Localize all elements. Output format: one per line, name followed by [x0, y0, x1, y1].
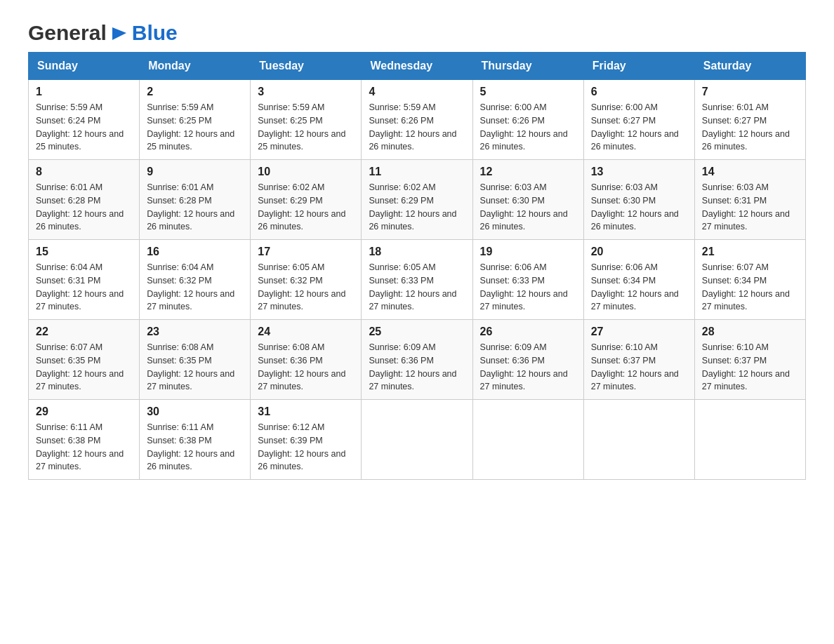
calendar-cell: 8 Sunrise: 6:01 AMSunset: 6:28 PMDayligh… — [29, 160, 140, 240]
calendar-cell: 28 Sunrise: 6:10 AMSunset: 6:37 PMDaylig… — [694, 320, 805, 400]
calendar-cell: 18 Sunrise: 6:05 AMSunset: 6:33 PMDaylig… — [362, 240, 472, 320]
day-info: Sunrise: 6:02 AMSunset: 6:29 PMDaylight:… — [258, 182, 345, 232]
calendar-cell — [472, 400, 583, 480]
day-info: Sunrise: 6:08 AMSunset: 6:35 PMDaylight:… — [147, 342, 234, 391]
logo-triangle-icon — [108, 22, 131, 44]
day-number: 27 — [591, 326, 687, 338]
day-info: Sunrise: 5:59 AMSunset: 6:24 PMDaylight:… — [36, 102, 124, 152]
calendar-cell: 29 Sunrise: 6:11 AMSunset: 6:38 PMDaylig… — [29, 400, 140, 480]
day-info: Sunrise: 6:02 AMSunset: 6:29 PMDaylight:… — [369, 182, 456, 232]
week-row-2: 8 Sunrise: 6:01 AMSunset: 6:28 PMDayligh… — [29, 160, 806, 240]
day-number: 8 — [36, 166, 132, 178]
calendar-cell: 21 Sunrise: 6:07 AMSunset: 6:34 PMDaylig… — [694, 240, 805, 320]
calendar-cell: 26 Sunrise: 6:09 AMSunset: 6:36 PMDaylig… — [472, 320, 583, 400]
calendar-cell: 12 Sunrise: 6:03 AMSunset: 6:30 PMDaylig… — [472, 160, 583, 240]
header-thursday: Thursday — [472, 53, 583, 80]
week-row-5: 29 Sunrise: 6:11 AMSunset: 6:38 PMDaylig… — [29, 400, 806, 480]
day-info: Sunrise: 6:03 AMSunset: 6:30 PMDaylight:… — [480, 182, 568, 232]
day-number: 5 — [480, 86, 576, 98]
day-number: 20 — [591, 246, 687, 258]
header-monday: Monday — [140, 53, 251, 80]
day-info: Sunrise: 5:59 AMSunset: 6:25 PMDaylight:… — [147, 102, 234, 152]
day-number: 21 — [702, 246, 798, 258]
day-info: Sunrise: 5:59 AMSunset: 6:25 PMDaylight:… — [258, 102, 345, 152]
day-number: 11 — [369, 166, 465, 178]
day-number: 6 — [591, 86, 687, 98]
day-number: 29 — [36, 405, 132, 418]
logo-general-text: General — [28, 21, 107, 45]
day-number: 25 — [369, 326, 465, 338]
weekday-header-row: SundayMondayTuesdayWednesdayThursdayFrid… — [29, 53, 806, 80]
day-number: 7 — [702, 86, 798, 98]
day-number: 28 — [702, 326, 798, 338]
day-info: Sunrise: 6:09 AMSunset: 6:36 PMDaylight:… — [480, 342, 568, 391]
day-number: 10 — [258, 166, 354, 178]
calendar-cell: 1 Sunrise: 5:59 AMSunset: 6:24 PMDayligh… — [29, 80, 140, 160]
day-info: Sunrise: 6:05 AMSunset: 6:33 PMDaylight:… — [369, 262, 456, 311]
day-info: Sunrise: 6:07 AMSunset: 6:35 PMDaylight:… — [36, 342, 124, 391]
logo-blue-text: Blue — [132, 21, 178, 45]
day-number: 13 — [591, 166, 687, 178]
calendar-cell — [694, 400, 805, 480]
calendar-cell: 6 Sunrise: 6:00 AMSunset: 6:27 PMDayligh… — [583, 80, 694, 160]
calendar-cell: 24 Sunrise: 6:08 AMSunset: 6:36 PMDaylig… — [251, 320, 362, 400]
day-info: Sunrise: 6:00 AMSunset: 6:26 PMDaylight:… — [480, 102, 568, 152]
calendar-cell: 7 Sunrise: 6:01 AMSunset: 6:27 PMDayligh… — [694, 80, 805, 160]
day-info: Sunrise: 6:11 AMSunset: 6:38 PMDaylight:… — [36, 422, 124, 471]
day-number: 1 — [36, 86, 132, 98]
day-info: Sunrise: 6:04 AMSunset: 6:32 PMDaylight:… — [147, 262, 234, 311]
calendar-cell: 4 Sunrise: 5:59 AMSunset: 6:26 PMDayligh… — [362, 80, 472, 160]
calendar-cell: 11 Sunrise: 6:02 AMSunset: 6:29 PMDaylig… — [362, 160, 472, 240]
day-info: Sunrise: 6:01 AMSunset: 6:27 PMDaylight:… — [702, 102, 790, 152]
header-friday: Friday — [583, 53, 694, 80]
day-number: 22 — [36, 326, 132, 338]
header-tuesday: Tuesday — [251, 53, 362, 80]
day-number: 17 — [258, 246, 354, 258]
week-row-3: 15 Sunrise: 6:04 AMSunset: 6:31 PMDaylig… — [29, 240, 806, 320]
day-info: Sunrise: 6:09 AMSunset: 6:36 PMDaylight:… — [369, 342, 456, 391]
day-number: 24 — [258, 326, 354, 338]
day-number: 14 — [702, 166, 798, 178]
calendar-cell: 22 Sunrise: 6:07 AMSunset: 6:35 PMDaylig… — [29, 320, 140, 400]
day-info: Sunrise: 5:59 AMSunset: 6:26 PMDaylight:… — [369, 102, 456, 152]
week-row-1: 1 Sunrise: 5:59 AMSunset: 6:24 PMDayligh… — [29, 80, 806, 160]
calendar-cell: 20 Sunrise: 6:06 AMSunset: 6:34 PMDaylig… — [583, 240, 694, 320]
header-wednesday: Wednesday — [362, 53, 472, 80]
calendar-cell: 25 Sunrise: 6:09 AMSunset: 6:36 PMDaylig… — [362, 320, 472, 400]
header-sunday: Sunday — [29, 53, 140, 80]
header-saturday: Saturday — [694, 53, 805, 80]
day-info: Sunrise: 6:08 AMSunset: 6:36 PMDaylight:… — [258, 342, 345, 391]
calendar-cell: 14 Sunrise: 6:03 AMSunset: 6:31 PMDaylig… — [694, 160, 805, 240]
day-number: 12 — [480, 166, 576, 178]
calendar-cell: 9 Sunrise: 6:01 AMSunset: 6:28 PMDayligh… — [140, 160, 251, 240]
day-number: 16 — [147, 246, 243, 258]
page-header: General Blue — [28, 21, 806, 45]
day-info: Sunrise: 6:03 AMSunset: 6:31 PMDaylight:… — [702, 182, 790, 232]
calendar-cell: 30 Sunrise: 6:11 AMSunset: 6:38 PMDaylig… — [140, 400, 251, 480]
day-number: 23 — [147, 326, 243, 338]
calendar-cell: 15 Sunrise: 6:04 AMSunset: 6:31 PMDaylig… — [29, 240, 140, 320]
day-info: Sunrise: 6:04 AMSunset: 6:31 PMDaylight:… — [36, 262, 124, 311]
day-number: 31 — [258, 405, 354, 418]
calendar-cell: 17 Sunrise: 6:05 AMSunset: 6:32 PMDaylig… — [251, 240, 362, 320]
day-number: 26 — [480, 326, 576, 338]
svg-marker-0 — [112, 27, 126, 40]
day-info: Sunrise: 6:01 AMSunset: 6:28 PMDaylight:… — [147, 182, 234, 232]
day-number: 18 — [369, 246, 465, 258]
day-info: Sunrise: 6:07 AMSunset: 6:34 PMDaylight:… — [702, 262, 790, 311]
day-info: Sunrise: 6:11 AMSunset: 6:38 PMDaylight:… — [147, 422, 234, 471]
calendar-cell: 16 Sunrise: 6:04 AMSunset: 6:32 PMDaylig… — [140, 240, 251, 320]
day-info: Sunrise: 6:12 AMSunset: 6:39 PMDaylight:… — [258, 422, 345, 471]
calendar-cell: 10 Sunrise: 6:02 AMSunset: 6:29 PMDaylig… — [251, 160, 362, 240]
day-info: Sunrise: 6:06 AMSunset: 6:34 PMDaylight:… — [591, 262, 679, 311]
day-number: 9 — [147, 166, 243, 178]
calendar-cell: 3 Sunrise: 5:59 AMSunset: 6:25 PMDayligh… — [251, 80, 362, 160]
day-number: 4 — [369, 86, 465, 98]
day-info: Sunrise: 6:05 AMSunset: 6:32 PMDaylight:… — [258, 262, 345, 311]
week-row-4: 22 Sunrise: 6:07 AMSunset: 6:35 PMDaylig… — [29, 320, 806, 400]
day-info: Sunrise: 6:10 AMSunset: 6:37 PMDaylight:… — [702, 342, 790, 391]
logo: General Blue — [28, 21, 178, 45]
day-number: 15 — [36, 246, 132, 258]
calendar-cell: 27 Sunrise: 6:10 AMSunset: 6:37 PMDaylig… — [583, 320, 694, 400]
calendar-cell: 13 Sunrise: 6:03 AMSunset: 6:30 PMDaylig… — [583, 160, 694, 240]
